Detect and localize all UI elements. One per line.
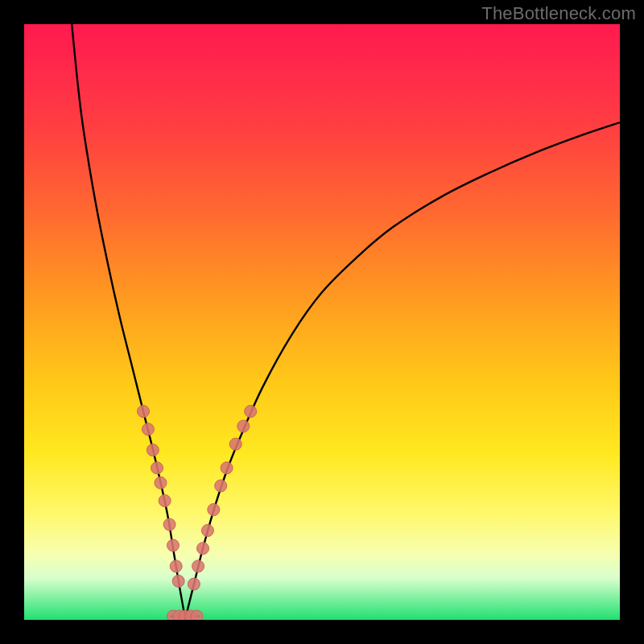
marker-left-7 [167, 539, 180, 551]
marker-left-1 [142, 423, 154, 436]
marker-left-4 [155, 477, 167, 489]
marker-right-1 [192, 560, 204, 572]
marker-left-9 [172, 575, 184, 587]
marker-left-8 [170, 560, 182, 572]
marker-right-8 [237, 420, 250, 432]
outer-frame: TheBottleneck.com [0, 0, 644, 644]
marker-left-0 [138, 406, 150, 418]
curve-right-branch [185, 122, 620, 620]
bottleneck-curve [24, 24, 620, 620]
watermark-text: TheBottleneck.com [481, 3, 636, 24]
marker-right-5 [215, 480, 227, 492]
marker-right-7 [229, 438, 242, 450]
marker-right-2 [197, 543, 209, 555]
plot-area [24, 24, 620, 620]
marker-bottom-4 [191, 610, 203, 620]
marker-right-4 [208, 504, 220, 516]
marker-right-0 [188, 578, 200, 590]
marker-right-3 [201, 525, 213, 537]
marker-left-5 [159, 495, 171, 507]
marker-left-2 [147, 444, 159, 456]
marker-left-6 [163, 518, 175, 530]
marker-right-6 [221, 462, 233, 474]
marker-left-3 [151, 462, 163, 474]
marker-right-9 [245, 406, 257, 418]
